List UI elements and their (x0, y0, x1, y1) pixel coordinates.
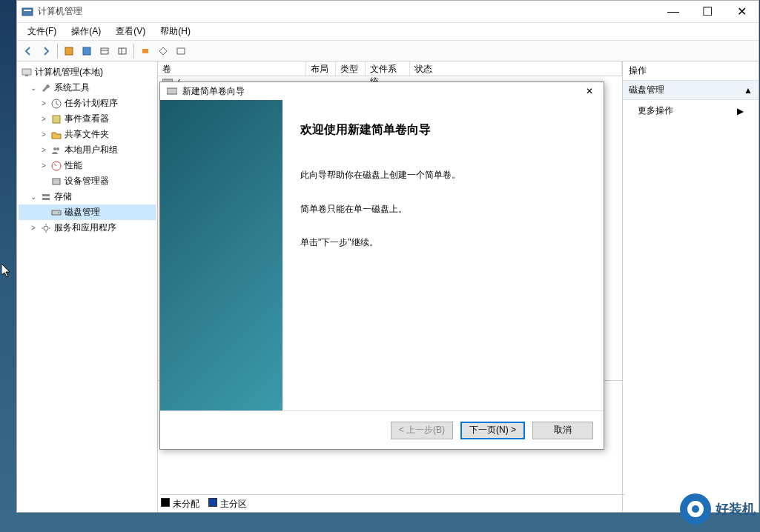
wizard-banner (160, 100, 282, 410)
watermark-logo-icon (680, 493, 711, 525)
actions-panel: 操作 磁盘管理 ▲ 更多操作 ▶ (622, 61, 759, 512)
wizard-close-button[interactable]: ✕ (581, 84, 598, 98)
arrow-right-icon: ▶ (737, 106, 744, 116)
close-button[interactable]: ✕ (724, 1, 759, 23)
tree-node-设备管理器[interactable]: 设备管理器 (19, 173, 156, 189)
col-layout[interactable]: 布局 (306, 61, 336, 76)
drive-icon (166, 85, 178, 97)
expand-icon[interactable]: > (39, 115, 48, 123)
list-header: 卷 布局 类型 文件系统 状态 (158, 61, 622, 76)
legend-unalloc-icon (161, 498, 170, 507)
folder-share-icon (50, 129, 62, 141)
tree-panel[interactable]: 计算机管理(本地) ⌄系统工具>任务计划程序>事件查看器>共享文件夹>本地用户和… (17, 61, 158, 512)
col-fs[interactable]: 文件系统 (366, 61, 410, 76)
tool-btn-2[interactable] (79, 43, 95, 59)
event-icon (50, 113, 62, 125)
legend-primary-icon (208, 498, 217, 507)
svg-rect-1 (24, 10, 31, 11)
col-volume[interactable]: 卷 (158, 61, 306, 76)
minimize-button[interactable]: — (656, 1, 690, 23)
separator (133, 44, 134, 59)
expand-icon[interactable]: > (39, 146, 48, 154)
tree-node-事件查看器[interactable]: >事件查看器 (19, 111, 156, 127)
tool-btn-1[interactable] (61, 43, 77, 59)
svg-rect-18 (42, 194, 50, 196)
disk-legend: 未分配 主分区 (161, 494, 625, 511)
wizard-title: 新建简单卷向导 (182, 85, 581, 98)
tree-node-磁盘管理[interactable]: 磁盘管理 (19, 205, 156, 220)
svg-rect-20 (52, 210, 61, 215)
wizard-content: 欢迎使用新建简单卷向导 此向导帮助你在磁盘上创建一个简单卷。 简单卷只能在单一磁… (282, 100, 604, 410)
more-actions[interactable]: 更多操作 ▶ (623, 100, 759, 122)
cancel-button[interactable]: 取消 (532, 422, 593, 439)
wizard-body: 欢迎使用新建简单卷向导 此向导帮助你在磁盘上创建一个简单卷。 简单卷只能在单一磁… (160, 100, 604, 410)
svg-rect-9 (177, 48, 185, 54)
expand-icon[interactable]: > (39, 99, 48, 107)
expand-icon[interactable]: > (29, 224, 38, 232)
svg-rect-11 (25, 75, 28, 76)
tree-node-系统工具[interactable]: ⌄系统工具 (19, 80, 156, 96)
svg-rect-10 (22, 69, 31, 75)
wizard-titlebar[interactable]: 新建简单卷向导 ✕ (160, 82, 604, 100)
svg-rect-4 (101, 48, 108, 54)
actions-section[interactable]: 磁盘管理 ▲ (623, 81, 759, 100)
wizard-text-3: 单击"下一步"继续。 (300, 235, 586, 251)
back-button[interactable] (20, 43, 36, 59)
svg-point-14 (53, 147, 56, 150)
clock-icon (50, 98, 62, 110)
tree-node-存储[interactable]: ⌄存储 (19, 189, 156, 205)
svg-point-15 (56, 147, 59, 150)
svg-point-21 (58, 212, 59, 213)
separator (57, 44, 58, 59)
collapse-icon: ▲ (744, 85, 753, 96)
maximize-button[interactable]: ☐ (690, 1, 724, 23)
tree-node-本地用户和组[interactable]: >本地用户和组 (19, 142, 156, 158)
tool-btn-7[interactable] (173, 43, 189, 59)
tree-node-任务计划程序[interactable]: >任务计划程序 (19, 96, 156, 111)
menu-action[interactable]: 操作(A) (64, 23, 108, 40)
menubar: 文件(F) 操作(A) 查看(V) 帮助(H) (17, 23, 759, 41)
next-button[interactable]: 下一页(N) > (460, 422, 525, 439)
disk-icon (50, 207, 62, 219)
svg-rect-13 (53, 116, 60, 123)
menu-help[interactable]: 帮助(H) (153, 23, 198, 40)
services-icon (40, 222, 52, 234)
tool-btn-5[interactable] (137, 43, 153, 59)
tree-root[interactable]: 计算机管理(本地) (19, 64, 156, 80)
tree-node-共享文件夹[interactable]: >共享文件夹 (19, 127, 156, 142)
col-type[interactable]: 类型 (336, 61, 366, 76)
forward-button[interactable] (38, 43, 54, 59)
svg-rect-8 (142, 49, 148, 53)
tree-node-服务和应用程序[interactable]: >服务和应用程序 (19, 220, 156, 236)
storage-icon (40, 191, 52, 203)
toolbar (17, 41, 759, 61)
actions-header: 操作 (623, 61, 759, 81)
svg-rect-6 (119, 48, 126, 54)
watermark: 好装机 (680, 493, 756, 525)
app-icon (22, 6, 33, 18)
svg-rect-0 (22, 8, 33, 16)
wizard-text-2: 简单卷只能在单一磁盘上。 (300, 202, 586, 218)
col-status[interactable]: 状态 (410, 61, 622, 76)
expand-icon[interactable]: ⌄ (29, 193, 38, 201)
menu-view[interactable]: 查看(V) (108, 23, 153, 40)
wizard-heading: 欢迎使用新建简单卷向导 (300, 122, 586, 138)
titlebar: 计算机管理 — ☐ ✕ (17, 1, 759, 23)
perf-icon (50, 160, 62, 172)
svg-rect-17 (53, 179, 60, 184)
expand-icon[interactable]: ⌄ (29, 84, 38, 92)
tree-node-性能[interactable]: >性能 (19, 158, 156, 173)
menu-file[interactable]: 文件(F) (20, 23, 64, 40)
tool-btn-4[interactable] (114, 43, 130, 59)
expand-icon[interactable]: > (39, 130, 48, 139)
tool-btn-6[interactable] (155, 43, 171, 59)
wizard-footer: < 上一步(B) 下一页(N) > 取消 (160, 410, 604, 449)
window-title: 计算机管理 (38, 5, 656, 18)
expand-icon[interactable]: > (39, 162, 48, 170)
computer-icon (21, 67, 33, 79)
window-controls: — ☐ ✕ (656, 1, 759, 23)
tool-btn-3[interactable] (96, 43, 113, 59)
device-icon (50, 176, 62, 187)
back-button: < 上一步(B) (391, 422, 453, 439)
svg-rect-27 (167, 88, 177, 94)
